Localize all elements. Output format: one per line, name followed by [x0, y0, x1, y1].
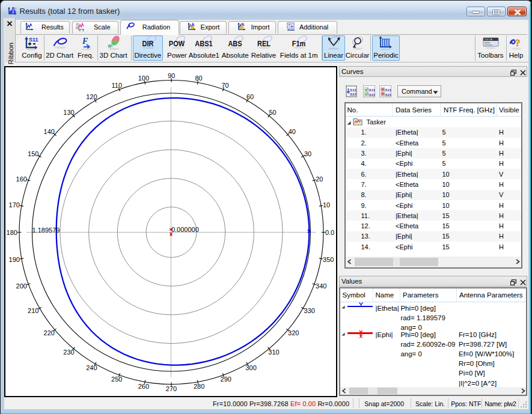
- svg-text:0: 0: [76, 26, 78, 29]
- svg-text:1.189579: 1.189579: [32, 227, 60, 234]
- svg-text:1: 1: [82, 28, 84, 31]
- svg-text:270: 270: [166, 385, 177, 392]
- svg-text:S21: S21: [350, 92, 357, 96]
- svg-text:30: 30: [304, 150, 311, 157]
- svg-text:130: 130: [63, 109, 74, 116]
- svg-text:S21: S21: [385, 92, 391, 96]
- svg-text:60: 60: [246, 93, 254, 100]
- svg-text:10: 10: [323, 201, 330, 209]
- svg-text:340: 340: [316, 282, 326, 290]
- svg-text:330: 330: [304, 307, 315, 314]
- svg-text:300: 300: [245, 364, 256, 371]
- svg-text:310: 310: [268, 349, 279, 356]
- svg-text:320: 320: [288, 329, 299, 336]
- svg-text:40: 40: [289, 128, 296, 135]
- svg-text:110: 110: [112, 82, 123, 89]
- svg-text:200: 200: [16, 282, 27, 290]
- svg-text:280: 280: [194, 383, 204, 390]
- svg-text:S11: S11: [385, 88, 391, 92]
- svg-text:20: 20: [316, 175, 323, 183]
- svg-text:150: 150: [28, 150, 38, 157]
- svg-text:350: 350: [323, 256, 334, 263]
- svg-text:50: 50: [269, 109, 276, 116]
- svg-text:100: 100: [138, 75, 149, 82]
- svg-text:S11: S11: [368, 88, 375, 92]
- svg-text:S21: S21: [368, 92, 375, 96]
- svg-text:70: 70: [221, 82, 228, 89]
- svg-text:250: 250: [111, 376, 122, 383]
- svg-text:290: 290: [221, 376, 231, 383]
- svg-text:90: 90: [168, 72, 175, 79]
- svg-text:220: 220: [44, 329, 55, 336]
- svg-text:230: 230: [63, 349, 74, 356]
- svg-text:190: 190: [9, 256, 20, 263]
- svg-text:0.000000: 0.000000: [171, 226, 199, 233]
- svg-text:260: 260: [138, 383, 149, 390]
- svg-text:240: 240: [86, 364, 97, 371]
- svg-text:180: 180: [7, 229, 17, 236]
- svg-text:120: 120: [86, 93, 97, 100]
- svg-text:160: 160: [16, 175, 27, 183]
- svg-text:170: 170: [9, 201, 20, 209]
- svg-text:80: 80: [195, 75, 202, 82]
- svg-text:S11: S11: [350, 88, 356, 92]
- svg-text:140: 140: [44, 128, 55, 135]
- svg-text:0.0: 0.0: [325, 229, 334, 236]
- svg-text:210: 210: [28, 307, 38, 314]
- svg-text:0: 0: [79, 28, 81, 31]
